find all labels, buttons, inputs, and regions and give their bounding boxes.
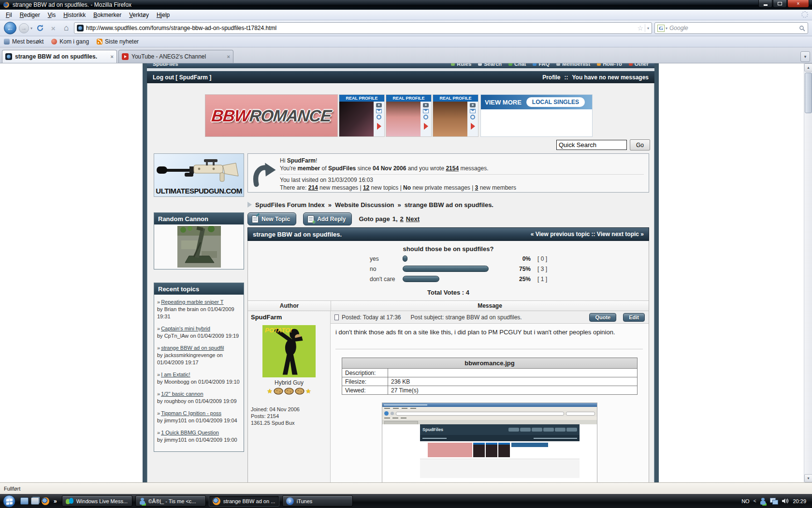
next-page-link[interactable]: Next [406,215,420,223]
menu-history[interactable]: Historikk [59,11,89,19]
minimize-button[interactable] [758,0,772,8]
edit-button[interactable]: Edit [623,313,645,322]
spudgun-banner[interactable]: ULTIMATESPUDGUN.COM [154,153,244,197]
tab-spudfiles[interactable]: strange BBW ad on spudfiles. × [2,50,117,63]
messages-count-link[interactable]: 2154 [446,165,459,172]
forum-brand[interactable]: SpudFiles [153,63,178,67]
ad-singles-panel[interactable]: VIEW MORE LOCAL SINGLES [480,94,593,137]
new-topics-link[interactable]: 12 [363,184,369,191]
vertical-scrollbar[interactable]: ▲ ▼ [804,63,812,482]
topnav-howto[interactable]: How-To [597,63,622,67]
scrollbar-thumb[interactable] [805,73,812,113]
attachment-image[interactable]: SpudFiles [382,403,597,482]
random-cannon-image[interactable] [177,226,221,268]
scroll-down-button[interactable]: ▼ [804,474,812,482]
switch-windows-icon[interactable] [31,497,39,505]
keyboard-language[interactable]: NO [741,498,750,504]
firefox-quicklaunch-icon[interactable] [42,497,49,505]
topnav-memberlist[interactable]: Memberlist [556,63,590,67]
tab-youtube[interactable]: YouTube - ANEG2's Channel × [118,50,233,63]
forward-button[interactable]: → [19,23,29,33]
scroll-up-button[interactable]: ▲ [804,63,812,72]
search-icon[interactable] [799,25,805,31]
bookmark-getting-started[interactable]: Kom i gang [51,38,89,45]
new-topic-button[interactable]: New Topic [247,212,296,225]
camera-icon[interactable] [376,103,382,107]
ad-profile-tile[interactable]: REAL PROFILE [386,94,432,137]
restore-button[interactable] [773,0,787,8]
show-desktop-icon[interactable] [20,497,29,505]
tab-close-icon[interactable]: × [227,54,230,60]
magnifier-icon[interactable] [470,115,475,120]
topic-link[interactable]: strange BBW ad on spudfil [161,345,224,351]
camera-icon[interactable] [470,103,476,107]
magnifier-icon[interactable] [377,115,381,120]
menu-bookmarks[interactable]: Bokmerker [89,11,125,19]
taskbar-button-firefox[interactable]: strange BBW ad on ... [209,495,279,507]
tray-expand-chevron[interactable]: < [754,498,756,504]
topnav-chat[interactable]: Chat [508,63,526,67]
clock[interactable]: 20:29 [793,498,806,504]
topnav-rules[interactable]: Rules [451,63,471,67]
envelope-icon[interactable] [423,109,429,113]
close-button[interactable]: × [787,0,809,8]
breadcrumb-forum-index[interactable]: SpudFiles Forum Index [255,201,325,209]
taskbar-button-chat[interactable]: ©Å®|_ - Tis me <c... [135,495,206,507]
ad-brand-panel[interactable]: BBWROMANCE [205,94,338,137]
bookmark-star-icon[interactable]: ☆ [637,24,643,32]
taskbar-button-messenger[interactable]: Windows Live Mess... [62,495,132,507]
url-text[interactable]: http://www.spudfiles.com/forums/strange-… [86,25,635,31]
topnav-faq[interactable]: FAQ [533,63,550,67]
toolbar-overflow-chevron[interactable]: » [54,498,57,505]
topic-link[interactable]: I am Extatic! [161,372,190,377]
engine-dropdown-icon[interactable]: ▾ [666,26,667,30]
quick-search-go-button[interactable]: Go [630,139,650,150]
magnifier-icon[interactable] [423,115,428,120]
network-icon[interactable] [770,498,778,504]
taskbar-button-itunes[interactable]: ♪ iTunes [282,495,353,507]
ad-profile-tile[interactable]: REAL PROFILE [339,94,385,137]
camera-icon[interactable] [423,103,429,107]
envelope-icon[interactable] [376,109,382,113]
attachment-filename[interactable]: bbwromance.jpg [342,358,638,369]
topic-link[interactable]: Tippman C Ignition - poss [161,410,221,416]
ad-profile-tile[interactable]: REAL PROFILE [433,94,478,137]
history-dropdown-icon[interactable]: ▾ [30,26,32,30]
banner-ad[interactable]: BBWROMANCE REAL PROFILE [205,94,596,137]
arrow-icon[interactable] [377,123,381,130]
new-messages-link[interactable]: 214 [308,184,318,191]
envelope-icon[interactable] [470,109,476,113]
topic-link[interactable]: 1/2'' basic cannon [161,391,203,397]
search-placeholder[interactable]: Google [669,25,797,31]
bookmark-latest-news[interactable]: Siste nyheter [97,38,139,45]
menu-view[interactable]: Vis [44,11,59,19]
stop-button[interactable]: × [48,23,58,33]
messenger-tray-icon[interactable] [760,498,766,505]
profile-link[interactable]: Profile [542,74,560,81]
topic-link[interactable]: 1 Quick BBMG Question [161,430,219,435]
menu-edit[interactable]: Rediger [16,11,44,19]
back-button[interactable]: ← [4,22,16,34]
topnav-search[interactable]: Search [478,63,502,67]
local-singles-button[interactable]: LOCAL SINGLES [526,97,585,107]
topic-link[interactable]: Captain's mini hybrid [161,326,210,331]
menu-file[interactable]: Fil [2,11,16,19]
volume-icon[interactable] [782,498,789,504]
messages-link[interactable]: You have no new messages [572,74,649,81]
reload-button[interactable] [35,23,45,33]
start-button[interactable] [3,495,15,508]
menu-help[interactable]: Hjelp [153,11,174,19]
topnav-other[interactable]: Other [629,63,649,67]
view-more-label[interactable]: VIEW MORE [485,99,522,106]
page-2-link[interactable]: 2 [400,215,404,223]
google-engine-icon[interactable]: G [657,25,665,32]
list-all-tabs-button[interactable]: ▾ [800,51,810,62]
quote-button[interactable]: Quote [589,313,616,322]
menu-tools[interactable]: Verktøy [125,11,153,19]
url-dropdown-icon[interactable]: ▾ [645,24,649,32]
arrow-icon[interactable] [471,123,475,130]
search-bar[interactable]: G ▾ Google [654,22,808,34]
breadcrumb-section[interactable]: Website Discussion [335,201,394,209]
quick-search-input[interactable] [556,140,627,150]
tab-close-icon[interactable]: × [111,54,114,60]
